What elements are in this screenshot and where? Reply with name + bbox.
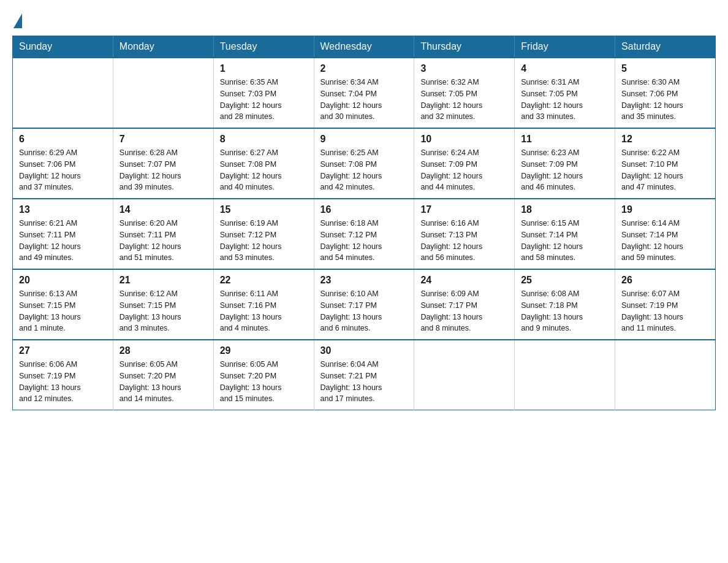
calendar-cell xyxy=(113,58,213,128)
day-number: 2 xyxy=(320,63,408,74)
day-info: Sunrise: 6:11 AMSunset: 7:16 PMDaylight:… xyxy=(220,288,308,334)
calendar-cell: 1Sunrise: 6:35 AMSunset: 7:03 PMDaylight… xyxy=(213,58,314,128)
day-info: Sunrise: 6:25 AMSunset: 7:08 PMDaylight:… xyxy=(320,147,408,193)
calendar-week-row: 6Sunrise: 6:29 AMSunset: 7:06 PMDaylight… xyxy=(13,128,716,199)
day-info: Sunrise: 6:12 AMSunset: 7:15 PMDaylight:… xyxy=(119,288,207,334)
day-number: 27 xyxy=(19,345,107,356)
day-number: 20 xyxy=(19,275,107,286)
day-info: Sunrise: 6:16 AMSunset: 7:13 PMDaylight:… xyxy=(420,218,508,264)
calendar-cell: 12Sunrise: 6:22 AMSunset: 7:10 PMDayligh… xyxy=(615,128,716,199)
calendar-cell: 18Sunrise: 6:15 AMSunset: 7:14 PMDayligh… xyxy=(515,199,615,269)
calendar-week-row: 27Sunrise: 6:06 AMSunset: 7:19 PMDayligh… xyxy=(13,340,716,410)
calendar-cell: 15Sunrise: 6:19 AMSunset: 7:12 PMDayligh… xyxy=(213,199,314,269)
day-number: 5 xyxy=(621,63,709,74)
day-number: 4 xyxy=(521,63,609,74)
day-number: 22 xyxy=(220,275,308,286)
day-info: Sunrise: 6:19 AMSunset: 7:12 PMDaylight:… xyxy=(220,218,308,264)
calendar-cell: 29Sunrise: 6:05 AMSunset: 7:20 PMDayligh… xyxy=(213,340,314,410)
day-number: 1 xyxy=(220,63,308,74)
day-number: 30 xyxy=(320,345,408,356)
day-info: Sunrise: 6:31 AMSunset: 7:05 PMDaylight:… xyxy=(521,77,609,123)
calendar-week-row: 1Sunrise: 6:35 AMSunset: 7:03 PMDaylight… xyxy=(13,58,716,128)
day-info: Sunrise: 6:04 AMSunset: 7:21 PMDaylight:… xyxy=(320,359,408,405)
calendar-cell xyxy=(515,340,615,410)
calendar-cell: 11Sunrise: 6:23 AMSunset: 7:09 PMDayligh… xyxy=(515,128,615,199)
calendar-cell: 20Sunrise: 6:13 AMSunset: 7:15 PMDayligh… xyxy=(13,269,113,340)
calendar-week-row: 13Sunrise: 6:21 AMSunset: 7:11 PMDayligh… xyxy=(13,199,716,269)
day-number: 17 xyxy=(420,204,508,215)
calendar-cell: 19Sunrise: 6:14 AMSunset: 7:14 PMDayligh… xyxy=(615,199,716,269)
day-info: Sunrise: 6:21 AMSunset: 7:11 PMDaylight:… xyxy=(19,218,107,264)
day-info: Sunrise: 6:14 AMSunset: 7:14 PMDaylight:… xyxy=(621,218,709,264)
day-number: 26 xyxy=(621,275,709,286)
day-info: Sunrise: 6:05 AMSunset: 7:20 PMDaylight:… xyxy=(119,359,207,405)
calendar-cell: 28Sunrise: 6:05 AMSunset: 7:20 PMDayligh… xyxy=(113,340,213,410)
calendar-week-row: 20Sunrise: 6:13 AMSunset: 7:15 PMDayligh… xyxy=(13,269,716,340)
day-info: Sunrise: 6:06 AMSunset: 7:19 PMDaylight:… xyxy=(19,359,107,405)
day-number: 8 xyxy=(220,134,308,145)
day-number: 25 xyxy=(521,275,609,286)
day-number: 10 xyxy=(420,134,508,145)
day-number: 7 xyxy=(119,134,207,145)
day-info: Sunrise: 6:28 AMSunset: 7:07 PMDaylight:… xyxy=(119,147,207,193)
logo-triangle-icon xyxy=(13,13,22,28)
calendar-cell: 4Sunrise: 6:31 AMSunset: 7:05 PMDaylight… xyxy=(515,58,615,128)
day-info: Sunrise: 6:08 AMSunset: 7:18 PMDaylight:… xyxy=(521,288,609,334)
day-number: 16 xyxy=(320,204,408,215)
day-number: 19 xyxy=(621,204,709,215)
day-info: Sunrise: 6:24 AMSunset: 7:09 PMDaylight:… xyxy=(420,147,508,193)
calendar-cell: 6Sunrise: 6:29 AMSunset: 7:06 PMDaylight… xyxy=(13,128,113,199)
day-number: 11 xyxy=(521,134,609,145)
calendar-table: SundayMondayTuesdayWednesdayThursdayFrid… xyxy=(12,36,716,410)
day-info: Sunrise: 6:30 AMSunset: 7:06 PMDaylight:… xyxy=(621,77,709,123)
calendar-cell: 26Sunrise: 6:07 AMSunset: 7:19 PMDayligh… xyxy=(615,269,716,340)
calendar-cell: 17Sunrise: 6:16 AMSunset: 7:13 PMDayligh… xyxy=(414,199,515,269)
day-info: Sunrise: 6:35 AMSunset: 7:03 PMDaylight:… xyxy=(220,77,308,123)
calendar-cell: 23Sunrise: 6:10 AMSunset: 7:17 PMDayligh… xyxy=(314,269,414,340)
day-number: 24 xyxy=(420,275,508,286)
day-info: Sunrise: 6:29 AMSunset: 7:06 PMDaylight:… xyxy=(19,147,107,193)
day-number: 14 xyxy=(119,204,207,215)
day-number: 9 xyxy=(320,134,408,145)
calendar-cell: 8Sunrise: 6:27 AMSunset: 7:08 PMDaylight… xyxy=(213,128,314,199)
day-number: 15 xyxy=(220,204,308,215)
calendar-cell xyxy=(414,340,515,410)
day-number: 29 xyxy=(220,345,308,356)
page-header xyxy=(12,12,716,23)
day-info: Sunrise: 6:23 AMSunset: 7:09 PMDaylight:… xyxy=(521,147,609,193)
day-info: Sunrise: 6:07 AMSunset: 7:19 PMDaylight:… xyxy=(621,288,709,334)
calendar-cell: 9Sunrise: 6:25 AMSunset: 7:08 PMDaylight… xyxy=(314,128,414,199)
logo xyxy=(12,12,22,23)
calendar-cell: 16Sunrise: 6:18 AMSunset: 7:12 PMDayligh… xyxy=(314,199,414,269)
calendar-cell: 22Sunrise: 6:11 AMSunset: 7:16 PMDayligh… xyxy=(213,269,314,340)
day-info: Sunrise: 6:13 AMSunset: 7:15 PMDaylight:… xyxy=(19,288,107,334)
calendar-cell: 24Sunrise: 6:09 AMSunset: 7:17 PMDayligh… xyxy=(414,269,515,340)
calendar-cell: 2Sunrise: 6:34 AMSunset: 7:04 PMDaylight… xyxy=(314,58,414,128)
day-info: Sunrise: 6:09 AMSunset: 7:17 PMDaylight:… xyxy=(420,288,508,334)
calendar-cell: 13Sunrise: 6:21 AMSunset: 7:11 PMDayligh… xyxy=(13,199,113,269)
calendar-cell: 30Sunrise: 6:04 AMSunset: 7:21 PMDayligh… xyxy=(314,340,414,410)
calendar-cell: 25Sunrise: 6:08 AMSunset: 7:18 PMDayligh… xyxy=(515,269,615,340)
day-number: 23 xyxy=(320,275,408,286)
weekday-header-friday: Friday xyxy=(515,36,615,58)
calendar-header-row: SundayMondayTuesdayWednesdayThursdayFrid… xyxy=(13,36,716,58)
day-info: Sunrise: 6:20 AMSunset: 7:11 PMDaylight:… xyxy=(119,218,207,264)
calendar-cell: 10Sunrise: 6:24 AMSunset: 7:09 PMDayligh… xyxy=(414,128,515,199)
calendar-cell: 27Sunrise: 6:06 AMSunset: 7:19 PMDayligh… xyxy=(13,340,113,410)
weekday-header-monday: Monday xyxy=(113,36,213,58)
day-number: 18 xyxy=(521,204,609,215)
weekday-header-tuesday: Tuesday xyxy=(213,36,314,58)
day-info: Sunrise: 6:34 AMSunset: 7:04 PMDaylight:… xyxy=(320,77,408,123)
day-number: 12 xyxy=(621,134,709,145)
calendar-cell: 5Sunrise: 6:30 AMSunset: 7:06 PMDaylight… xyxy=(615,58,716,128)
day-info: Sunrise: 6:05 AMSunset: 7:20 PMDaylight:… xyxy=(220,359,308,405)
day-info: Sunrise: 6:22 AMSunset: 7:10 PMDaylight:… xyxy=(621,147,709,193)
weekday-header-saturday: Saturday xyxy=(615,36,716,58)
weekday-header-wednesday: Wednesday xyxy=(314,36,414,58)
weekday-header-thursday: Thursday xyxy=(414,36,515,58)
calendar-cell: 21Sunrise: 6:12 AMSunset: 7:15 PMDayligh… xyxy=(113,269,213,340)
calendar-cell xyxy=(615,340,716,410)
day-info: Sunrise: 6:27 AMSunset: 7:08 PMDaylight:… xyxy=(220,147,308,193)
weekday-header-sunday: Sunday xyxy=(13,36,113,58)
day-number: 13 xyxy=(19,204,107,215)
